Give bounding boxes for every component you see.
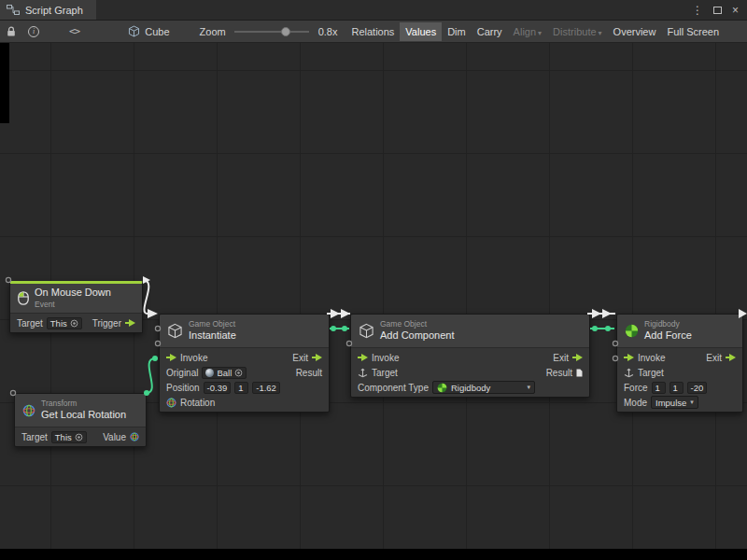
node-category: Transform xyxy=(41,399,126,409)
flow-arrow-icon[interactable] xyxy=(125,319,135,328)
flow-arrow-icon[interactable] xyxy=(312,354,322,362)
node-get-local-rotation[interactable]: Transform Get Local Rotation Target This xyxy=(14,393,147,447)
node-add-force[interactable]: Rigidbody Add Force Invoke Exit xyxy=(616,314,743,413)
flow-arrow-icon[interactable] xyxy=(624,354,634,362)
port-force: Force xyxy=(624,383,648,393)
node-category: Rigidbody xyxy=(644,319,692,329)
overview-button[interactable]: Overview xyxy=(608,22,662,41)
port-result: Result xyxy=(296,368,322,378)
flow-arrow-icon[interactable] xyxy=(166,354,176,362)
transform-icon xyxy=(358,368,368,378)
script-graph-window: Script Graph ⋮ × i <> Cube Zoom xyxy=(0,0,747,560)
node-header: Rigidbody Add Force xyxy=(617,315,742,348)
relations-button[interactable]: Relations xyxy=(345,22,400,41)
node-add-component[interactable]: Game Object Add Component Invoke Exit xyxy=(350,314,590,398)
object-picker-icon[interactable] xyxy=(75,433,83,441)
info-icon[interactable]: i xyxy=(28,26,39,37)
target-object-field[interactable]: This xyxy=(47,317,82,329)
node-category: Game Object xyxy=(380,319,455,329)
node-title: Add Force xyxy=(644,329,692,343)
component-doc-icon xyxy=(576,369,583,377)
code-icon[interactable]: <> xyxy=(69,25,79,37)
wire-value-rotation[interactable] xyxy=(147,358,155,393)
port-mode: Mode xyxy=(624,398,647,408)
zoom-slider-track[interactable] xyxy=(234,31,309,33)
node-header: Transform Get Local Rotation xyxy=(15,394,146,427)
port-target: Target xyxy=(17,318,43,329)
port-exit: Exit xyxy=(706,353,722,363)
port-invoke: Invoke xyxy=(638,353,665,363)
maximize-icon[interactable] xyxy=(713,7,722,14)
node-category: Game Object xyxy=(189,319,236,329)
port-target: Target xyxy=(372,368,398,378)
graph-target-label: Cube xyxy=(145,26,169,37)
force-y-field[interactable]: 1 xyxy=(669,382,684,394)
port-target: Target xyxy=(638,368,664,378)
node-on-mouse-down[interactable]: On Mouse Down Event Target This Trigg xyxy=(9,281,143,333)
port-invoke: Invoke xyxy=(180,353,207,363)
wire-trigger-invoke[interactable] xyxy=(143,280,148,314)
rotation-gizmo-icon xyxy=(22,404,35,417)
port-original: Original xyxy=(166,368,198,378)
tab-title: Script Graph xyxy=(25,5,83,16)
position-x-field[interactable]: -0.39 xyxy=(204,382,232,394)
game-object-icon xyxy=(359,323,374,339)
object-picker-icon[interactable] xyxy=(70,319,78,328)
zoom-value: 0.8x xyxy=(318,26,338,37)
distribute-button[interactable]: Distribute▾ xyxy=(547,22,607,41)
force-x-field[interactable]: 1 xyxy=(652,382,666,394)
force-mode-dropdown[interactable]: Impulse ▾ xyxy=(651,396,698,409)
tab-script-graph[interactable]: Script Graph xyxy=(0,0,96,20)
chevron-down-icon: ▾ xyxy=(690,399,694,406)
node-instantiate[interactable]: Game Object Instantiate Invoke Exit Orig… xyxy=(159,314,330,413)
dim-button[interactable]: Dim xyxy=(442,22,472,41)
rotation-gizmo-icon[interactable] xyxy=(130,432,139,441)
flow-arrow-icon[interactable] xyxy=(572,354,583,362)
node-title: Get Local Rotation xyxy=(41,409,126,422)
port-exit: Exit xyxy=(553,353,569,363)
values-button[interactable]: Values xyxy=(400,22,442,41)
chevron-down-icon: ▾ xyxy=(527,384,530,391)
fullscreen-button[interactable]: Full Screen xyxy=(661,22,725,41)
port-exit: Exit xyxy=(292,353,308,363)
graph-target[interactable]: Cube xyxy=(128,25,169,37)
kebab-menu-icon[interactable]: ⋮ xyxy=(692,4,703,17)
rotation-gizmo-icon xyxy=(166,398,176,408)
zoom-slider-handle[interactable] xyxy=(281,27,290,36)
port-value: Value xyxy=(103,432,126,442)
node-title: Instantiate xyxy=(189,329,236,343)
node-header: Game Object Instantiate xyxy=(160,315,329,348)
transform-icon xyxy=(624,368,634,378)
position-y-field[interactable]: 1 xyxy=(234,382,248,394)
node-header: On Mouse Down Event xyxy=(10,284,142,314)
canvas-edge-left xyxy=(0,43,9,123)
graph-toolbar: i <> Cube Zoom 0.8x Relations Values Dim… xyxy=(0,21,747,43)
carry-button[interactable]: Carry xyxy=(472,22,508,41)
object-picker-icon[interactable] xyxy=(234,369,243,377)
port-position: Position xyxy=(166,383,200,393)
flow-arrow-icon[interactable] xyxy=(358,354,368,362)
cube-icon xyxy=(128,25,140,37)
lock-icon[interactable] xyxy=(7,26,16,37)
flow-arrow-icon[interactable] xyxy=(726,354,736,362)
rigidbody-icon xyxy=(625,324,639,338)
component-type-dropdown[interactable]: Rigidbody ▾ xyxy=(432,381,535,394)
target-object-field[interactable]: This xyxy=(51,431,87,443)
close-icon[interactable]: × xyxy=(732,4,739,17)
node-header: Game Object Add Component xyxy=(351,315,589,348)
port-result: Result xyxy=(546,368,572,378)
rigidbody-icon xyxy=(437,383,447,393)
original-object-field[interactable]: Ball xyxy=(202,367,247,379)
chevron-down-icon: ▾ xyxy=(538,29,542,37)
zoom-slider[interactable] xyxy=(234,26,309,37)
position-z-field[interactable]: -1.62 xyxy=(252,382,280,394)
graph-canvas[interactable]: On Mouse Down Event Target This Trigg xyxy=(0,43,747,560)
zoom-label: Zoom xyxy=(200,26,226,37)
align-button[interactable]: Align▾ xyxy=(508,22,547,41)
chevron-down-icon: ▾ xyxy=(599,29,602,37)
port-component-type: Component Type xyxy=(358,383,429,393)
port-invoke: Invoke xyxy=(372,353,399,363)
game-object-icon xyxy=(167,323,183,339)
script-graph-icon xyxy=(7,5,20,15)
force-z-field[interactable]: -20 xyxy=(687,382,708,394)
